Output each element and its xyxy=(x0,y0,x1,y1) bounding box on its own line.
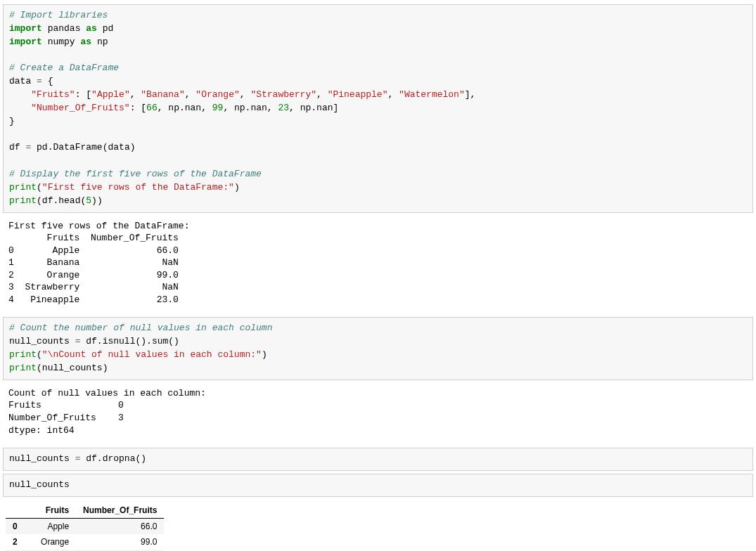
out-line: 2 Orange 99.0 xyxy=(8,270,179,280)
output-cell-2: Count of null values in each column: Fru… xyxy=(3,383,753,441)
code-cell-3[interactable]: null_counts = df.dropna() xyxy=(3,448,753,471)
out-line: 4 Pineapple 23.0 xyxy=(8,294,179,305)
num: 99 xyxy=(212,103,224,113)
kw-import: import xyxy=(9,23,42,34)
comma: , xyxy=(130,89,136,100)
expr: df.isnull().sum() xyxy=(86,336,179,346)
var: null_counts xyxy=(9,453,70,464)
arg: null_counts xyxy=(42,363,103,373)
str: "Pineapple" xyxy=(328,89,388,100)
brk: ] xyxy=(333,103,338,113)
code-cell-2[interactable]: # Count the number of null values in eac… xyxy=(3,317,753,380)
str: "\nCount of null values in each column:" xyxy=(42,349,262,360)
expr: np.nan xyxy=(300,103,333,113)
cell-fruit: Orange xyxy=(25,534,76,550)
comma: , xyxy=(201,103,207,113)
builtin-print: print xyxy=(9,363,37,373)
str: "First five rows of the DataFrame:" xyxy=(42,182,234,193)
column-header: Fruits xyxy=(25,503,76,519)
num: 5 xyxy=(86,195,91,206)
cell-num: 66.0 xyxy=(76,518,164,534)
comma: , xyxy=(316,89,322,100)
comma: , xyxy=(289,103,295,113)
mod: numpy xyxy=(48,37,75,47)
str: "Fruits" xyxy=(31,89,75,100)
brace: } xyxy=(9,116,15,127)
out-line: 0 Apple 66.0 xyxy=(8,245,179,256)
lp: ( xyxy=(37,195,42,206)
lp: ( xyxy=(37,182,42,193)
cell-num: 99.0 xyxy=(76,534,164,550)
mod: pandas xyxy=(48,23,81,34)
output-cell-1: First five rows of the DataFrame: Fruits… xyxy=(3,216,753,311)
cell-fruit: Apple xyxy=(25,518,76,534)
out-line: Fruits 0 xyxy=(8,400,124,410)
comment: # Import libraries xyxy=(9,10,108,20)
comment: # Count the number of null values in eac… xyxy=(9,323,272,333)
var: null_counts xyxy=(9,479,70,490)
row-index: 0 xyxy=(6,518,25,534)
table-row: 0 Apple 66.0 xyxy=(6,518,164,534)
op-eq: = xyxy=(75,453,81,464)
str: "Number_Of_Fruits" xyxy=(31,103,129,113)
table-header-row: Fruits Number_Of_Fruits xyxy=(6,503,164,519)
out-line: Number_Of_Fruits 3 xyxy=(8,413,124,423)
table-row: 2 Orange 99.0 xyxy=(6,534,164,550)
rp: ) xyxy=(234,182,240,193)
num: 66 xyxy=(146,103,158,113)
builtin-print: print xyxy=(9,182,37,193)
colon: : xyxy=(130,103,136,113)
out-line: 3 Strawberry NaN xyxy=(8,282,179,292)
expr: df.dropna() xyxy=(86,453,146,464)
kw-as: as xyxy=(86,23,97,34)
comment: # Display the first five rows of the Dat… xyxy=(9,169,262,179)
expr: np.nan xyxy=(168,103,201,113)
var: df xyxy=(9,142,20,153)
out-line: 1 Banana NaN xyxy=(8,257,179,268)
colon: : xyxy=(75,89,81,100)
rp: ) xyxy=(130,142,136,153)
builtin-print: print xyxy=(9,195,37,206)
op-eq: = xyxy=(25,142,31,153)
code-cell-1[interactable]: # Import libraries import pandas as pd i… xyxy=(3,4,753,213)
kw-as: as xyxy=(80,37,91,47)
comma: , xyxy=(267,103,273,113)
comma: , xyxy=(185,89,191,100)
index-header xyxy=(6,503,25,519)
kw-import: import xyxy=(9,37,42,47)
str: "Apple" xyxy=(91,89,130,100)
alias: pd xyxy=(103,23,114,34)
var: null_counts xyxy=(9,336,70,346)
builtin-print: print xyxy=(9,349,37,360)
column-header: Number_Of_Fruits xyxy=(76,503,164,519)
out-line: dtype: int64 xyxy=(8,425,75,436)
call: df.head xyxy=(42,195,81,206)
arg: data xyxy=(108,142,129,153)
row-index: 2 xyxy=(6,534,25,550)
alias: np xyxy=(97,37,108,47)
expr: np.nan xyxy=(234,103,267,113)
call: pd.DataFrame xyxy=(37,142,103,153)
brk: [ xyxy=(141,103,146,113)
var: data xyxy=(9,76,31,86)
out-line: Count of null values in each column: xyxy=(8,388,206,398)
comma: , xyxy=(158,103,163,113)
brace: { xyxy=(48,76,53,86)
comment: # Create a DataFrame xyxy=(9,63,119,73)
rp: ) xyxy=(97,195,103,206)
num: 23 xyxy=(278,103,289,113)
brk: [ xyxy=(86,89,91,100)
str: "Watermelon" xyxy=(399,89,465,100)
comma: , xyxy=(240,89,245,100)
op-eq: = xyxy=(75,336,81,346)
str: "Orange" xyxy=(196,89,239,100)
code-cell-4[interactable]: null_counts xyxy=(3,474,753,497)
dataframe-output: Fruits Number_Of_Fruits 0 Apple 66.0 2 O… xyxy=(6,503,164,551)
comma: , xyxy=(470,89,476,100)
brk: ] xyxy=(465,89,470,100)
out-line: First five rows of the DataFrame: xyxy=(8,221,189,231)
out-line: Fruits Number_Of_Fruits xyxy=(8,233,179,243)
comma: , xyxy=(387,89,393,100)
str: "Strawberry" xyxy=(250,89,316,100)
str: "Banana" xyxy=(141,89,184,100)
